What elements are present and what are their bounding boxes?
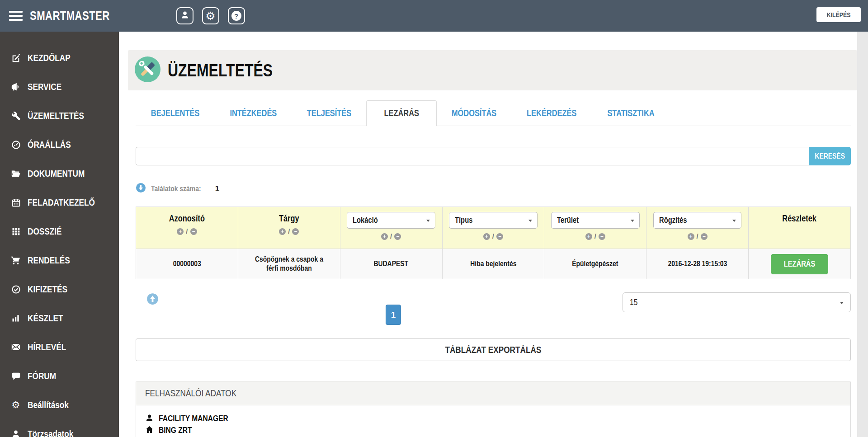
chevron-down-icon bbox=[528, 220, 532, 222]
cell-targy: Csöpögnek a csapok a férfi mosdóban bbox=[238, 249, 340, 279]
user-data-panel: FELHASZNÁLÓI ADATOK FACILITY MANAGER BIN… bbox=[136, 381, 851, 437]
column-header-lokacio: Lokáció bbox=[340, 207, 442, 249]
topbar-icon-buttons: ⚙ ? bbox=[176, 7, 245, 24]
tab-modositas[interactable]: MÓDOSÍTÁS bbox=[437, 101, 511, 126]
sidebar-item-dosszie[interactable]: DOSSZIÉ bbox=[0, 217, 119, 246]
profile-button[interactable] bbox=[176, 7, 193, 24]
hamburger-menu-icon[interactable] bbox=[9, 11, 23, 21]
app-brand: SMARTMASTER bbox=[30, 9, 110, 23]
circle-down-arrow-icon[interactable] bbox=[136, 183, 146, 195]
filter-collapse-icon[interactable] bbox=[394, 233, 401, 240]
column-header-rogzites: Rögzítés bbox=[646, 207, 749, 249]
page-size-select[interactable]: 15 bbox=[623, 292, 851, 312]
tipus-filter-select[interactable]: Típus bbox=[449, 212, 538, 229]
page-1-button[interactable]: 1 bbox=[386, 305, 401, 325]
export-table-button[interactable]: TÁBLÁZAT EXPORTÁLÁS bbox=[136, 338, 851, 361]
comment-icon bbox=[10, 371, 22, 381]
user-name-line: FACILITY MANAGER bbox=[145, 413, 841, 424]
search-bar: KERESÉS bbox=[136, 147, 851, 165]
results-count: 1 bbox=[215, 184, 219, 193]
close-ticket-button[interactable]: LEZÁRÁS bbox=[771, 254, 828, 274]
grid-icon bbox=[10, 227, 22, 236]
column-header-terulet: Terület bbox=[544, 207, 646, 249]
cell-lokacio: BUDAPEST bbox=[340, 249, 442, 279]
main-content: ÜZEMELTETÉS BEJELENTÉS INTÉZKEDÉS TELJES… bbox=[119, 32, 857, 437]
tab-statisztika[interactable]: STATISZTIKA bbox=[592, 101, 670, 126]
chevron-down-icon bbox=[631, 220, 634, 222]
topbar: SMARTMASTER ⚙ ? KILÉPÉS bbox=[0, 0, 868, 32]
tab-bejelentes[interactable]: BEJELENTÉS bbox=[136, 101, 215, 126]
tab-intezkedes[interactable]: INTÉZKEDÉS bbox=[215, 101, 292, 126]
wrench-icon bbox=[10, 111, 22, 121]
filter-collapse-icon[interactable] bbox=[701, 233, 708, 240]
search-input[interactable] bbox=[136, 147, 809, 165]
sidebar-item-uzemeltetes[interactable]: ÜZEMELTETÉS bbox=[0, 101, 119, 130]
cell-rogzites: 2016-12-28 19:15:03 bbox=[646, 249, 749, 279]
logout-button[interactable]: KILÉPÉS bbox=[816, 7, 861, 22]
sidebar-item-oraallas[interactable]: ÓRAÁLLÁS bbox=[0, 130, 119, 159]
lokacio-filter-select[interactable]: Lokáció bbox=[347, 212, 435, 229]
page-header: ÜZEMELTETÉS bbox=[128, 50, 857, 90]
filter-expand-icon[interactable] bbox=[381, 233, 388, 240]
results-label: Találatok száma: bbox=[151, 184, 201, 193]
filter-expand-icon[interactable] bbox=[483, 233, 490, 240]
cell-tipus: Hiba bejelentés bbox=[442, 249, 544, 279]
tools-icon bbox=[135, 56, 160, 84]
tab-bar: BEJELENTÉS INTÉZKEDÉS TELJESÍTÉS LEZÁRÁS… bbox=[136, 100, 851, 126]
filter-collapse-icon[interactable] bbox=[496, 233, 503, 240]
results-count-row: Találatok száma: 1 bbox=[136, 183, 851, 195]
folder-icon bbox=[10, 169, 22, 179]
pencil-icon bbox=[10, 53, 22, 63]
check-circle-icon bbox=[10, 285, 22, 294]
cell-terulet: Épületgépészet bbox=[544, 249, 646, 279]
sidebar-item-beallitasok[interactable]: ⚙ Beállítások bbox=[0, 390, 119, 419]
column-header-targy: Tárgy bbox=[238, 207, 340, 249]
filter-collapse-icon[interactable] bbox=[190, 228, 197, 235]
gear-icon: ⚙ bbox=[205, 10, 215, 22]
gear-icon: ⚙ bbox=[10, 400, 22, 410]
sidebar-item-kifizetes[interactable]: KIFIZETÉS bbox=[0, 275, 119, 304]
filter-expand-icon[interactable] bbox=[279, 228, 286, 235]
rogzites-filter-select[interactable]: Rögzítés bbox=[653, 212, 742, 229]
column-header-tipus: Típus bbox=[442, 207, 544, 249]
home-icon bbox=[145, 425, 154, 436]
sidebar-item-kezdolap[interactable]: KEZDŐLAP bbox=[0, 43, 119, 72]
table-row: 00000003 Csöpögnek a csapok a férfi mosd… bbox=[136, 249, 851, 279]
tab-lezaras[interactable]: LEZÁRÁS bbox=[366, 100, 437, 126]
filter-expand-icon[interactable] bbox=[688, 233, 694, 240]
terulet-filter-select[interactable]: Terület bbox=[551, 212, 640, 229]
chevron-down-icon bbox=[426, 220, 430, 222]
sidebar-item-keszlet[interactable]: KÉSZLET bbox=[0, 304, 119, 333]
filter-expand-icon[interactable] bbox=[177, 228, 184, 235]
results-table: Azonosító Tárgy Lokáció Típus bbox=[136, 207, 851, 279]
cell-reszletek: LEZÁRÁS bbox=[749, 249, 851, 279]
question-icon: ? bbox=[231, 11, 241, 21]
filter-expand-icon[interactable] bbox=[585, 233, 592, 240]
filter-collapse-icon[interactable] bbox=[599, 233, 605, 240]
filter-collapse-icon[interactable] bbox=[292, 228, 299, 235]
user-data-panel-title: FELHASZNÁLÓI ADATOK bbox=[145, 388, 236, 399]
help-button[interactable]: ? bbox=[228, 7, 245, 24]
search-button[interactable]: KERESÉS bbox=[809, 147, 851, 165]
calendar-icon bbox=[10, 198, 22, 207]
sidebar-item-feladatkezelo[interactable]: FELADATKEZELŐ bbox=[0, 188, 119, 217]
page-title: ÜZEMELTETÉS bbox=[168, 61, 273, 80]
sidebar: KEZDŐLAP SERVICE ÜZEMELTETÉS ÓRAÁLLÁS DO… bbox=[0, 32, 119, 437]
tab-lekerdezes[interactable]: LEKÉRDEZÉS bbox=[511, 101, 592, 126]
sidebar-item-forum[interactable]: FÓRUM bbox=[0, 362, 119, 390]
megaphone-icon bbox=[10, 82, 22, 92]
tab-teljesites[interactable]: TELJESÍTÉS bbox=[292, 101, 366, 126]
user-icon bbox=[145, 414, 154, 424]
circle-up-arrow-icon[interactable] bbox=[146, 293, 159, 307]
sidebar-item-hirlevel[interactable]: HÍRLEVÉL bbox=[0, 333, 119, 362]
user-icon bbox=[10, 429, 22, 437]
cell-azonosito: 00000003 bbox=[136, 249, 238, 279]
sidebar-item-torzsadatok[interactable]: Törzsadatok bbox=[0, 419, 119, 437]
cart-icon bbox=[10, 255, 22, 265]
sidebar-item-dokumentum[interactable]: DOKUMENTUM bbox=[0, 159, 119, 188]
settings-button[interactable]: ⚙ bbox=[202, 7, 219, 24]
sidebar-item-rendeles[interactable]: RENDELÉS bbox=[0, 246, 119, 275]
pagination-row: 1 15 bbox=[136, 291, 851, 326]
chevron-down-icon bbox=[840, 302, 844, 304]
sidebar-item-service[interactable]: SERVICE bbox=[0, 72, 119, 101]
